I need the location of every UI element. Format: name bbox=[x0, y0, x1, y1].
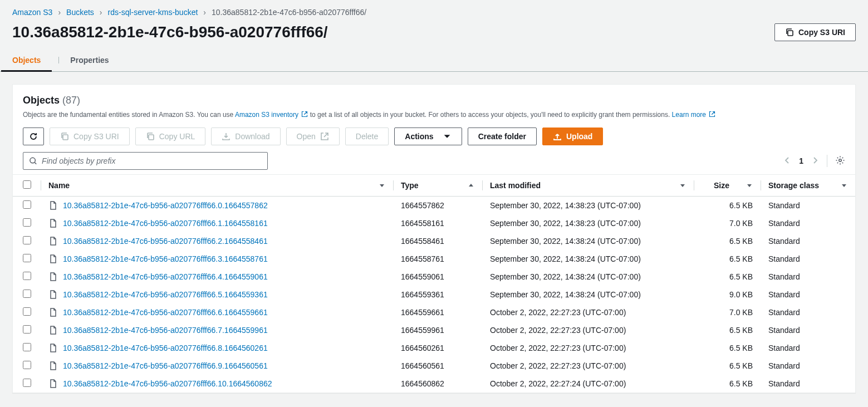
refresh-icon bbox=[29, 132, 38, 141]
row-checkbox[interactable] bbox=[23, 218, 31, 227]
row-checkbox[interactable] bbox=[23, 325, 31, 334]
upload-label: Upload bbox=[566, 132, 592, 141]
table-row: 10.36a85812-2b1e-47c6-b956-a020776fff66.… bbox=[13, 214, 855, 232]
external-link-icon bbox=[320, 132, 329, 141]
create-folder-button[interactable]: Create folder bbox=[468, 128, 537, 145]
tab-objects[interactable]: Objects bbox=[12, 49, 41, 71]
file-icon bbox=[48, 272, 57, 281]
external-link-icon bbox=[301, 111, 308, 117]
row-checkbox[interactable] bbox=[23, 361, 31, 369]
object-link[interactable]: 10.36a85812-2b1e-47c6-b956-a020776fff66.… bbox=[63, 219, 268, 228]
cell-type: 1664559361 bbox=[393, 286, 482, 303]
upload-icon bbox=[553, 132, 562, 141]
cell-size: 6.5 KB bbox=[694, 268, 761, 286]
copy-s3-uri-label: Copy S3 URI bbox=[73, 132, 119, 141]
filter-row: 1 bbox=[23, 152, 845, 170]
table-row: 10.36a85812-2b1e-47c6-b956-a020776fff66.… bbox=[13, 250, 855, 268]
object-link[interactable]: 10.36a85812-2b1e-47c6-b956-a020776fff66.… bbox=[63, 254, 268, 263]
row-checkbox[interactable] bbox=[23, 236, 31, 244]
search-input[interactable] bbox=[42, 156, 262, 165]
object-link[interactable]: 10.36a85812-2b1e-47c6-b956-a020776fff66.… bbox=[63, 344, 268, 352]
cell-size: 6.5 KB bbox=[694, 339, 761, 357]
objects-panel: Objects (87) Objects are the fundamental… bbox=[12, 84, 856, 393]
column-name[interactable]: Name bbox=[41, 175, 393, 197]
cell-size: 6.5 KB bbox=[694, 321, 761, 339]
search-box[interactable] bbox=[23, 152, 268, 170]
inventory-link[interactable]: Amazon S3 inventory bbox=[235, 111, 310, 119]
column-type[interactable]: Type bbox=[393, 175, 482, 197]
cell-type: 1664558461 bbox=[393, 232, 482, 250]
copy-s3-uri-label: Copy S3 URI bbox=[798, 28, 845, 37]
learn-more-link[interactable]: Learn more bbox=[672, 111, 716, 119]
tab-properties[interactable]: Properties bbox=[70, 49, 109, 71]
settings-button[interactable] bbox=[835, 155, 845, 167]
panel-title: Objects (87) bbox=[23, 95, 845, 106]
column-storage-class-label: Storage class bbox=[768, 181, 819, 190]
tab-separator bbox=[58, 57, 59, 63]
object-link[interactable]: 10.36a85812-2b1e-47c6-b956-a020776fff66.… bbox=[63, 237, 268, 246]
next-page-button[interactable] bbox=[811, 156, 819, 166]
cell-storage-class: Standard bbox=[761, 197, 855, 215]
actions-dropdown[interactable]: Actions bbox=[394, 128, 462, 145]
file-icon bbox=[48, 308, 57, 317]
cell-last-modified: October 2, 2022, 22:27:23 (UTC-07:00) bbox=[482, 321, 694, 339]
select-all-checkbox[interactable] bbox=[23, 180, 31, 189]
cell-storage-class: Standard bbox=[761, 286, 855, 303]
cell-storage-class: Standard bbox=[761, 250, 855, 268]
cell-last-modified: October 2, 2022, 22:27:24 (UTC-07:00) bbox=[482, 375, 694, 393]
download-button[interactable]: Download bbox=[211, 128, 280, 145]
table-row: 10.36a85812-2b1e-47c6-b956-a020776fff66.… bbox=[13, 232, 855, 250]
row-checkbox[interactable] bbox=[23, 379, 31, 387]
row-checkbox[interactable] bbox=[23, 307, 31, 316]
external-link-icon bbox=[709, 111, 715, 117]
refresh-button[interactable] bbox=[23, 128, 44, 145]
delete-button[interactable]: Delete bbox=[345, 128, 389, 145]
column-last-modified[interactable]: Last modified bbox=[482, 175, 694, 197]
row-checkbox[interactable] bbox=[23, 272, 31, 280]
cell-last-modified: October 2, 2022, 22:27:23 (UTC-07:00) bbox=[482, 303, 694, 321]
object-link[interactable]: 10.36a85812-2b1e-47c6-b956-a020776fff66.… bbox=[63, 272, 268, 281]
sort-asc-icon bbox=[468, 182, 474, 189]
copy-s3-uri-button[interactable]: Copy S3 URI bbox=[774, 23, 856, 41]
cell-storage-class: Standard bbox=[761, 303, 855, 321]
copy-s3-uri-toolbar-button[interactable]: Copy S3 URI bbox=[50, 128, 130, 145]
cell-storage-class: Standard bbox=[761, 214, 855, 232]
object-link[interactable]: 10.36a85812-2b1e-47c6-b956-a020776fff66.… bbox=[63, 379, 272, 388]
breadcrumb-amazon-s3[interactable]: Amazon S3 bbox=[12, 8, 52, 17]
breadcrumb-buckets[interactable]: Buckets bbox=[66, 8, 94, 17]
svg-point-4 bbox=[839, 159, 841, 161]
objects-table: Name Type Last modified Size bbox=[13, 174, 855, 393]
cell-storage-class: Standard bbox=[761, 232, 855, 250]
table-row: 10.36a85812-2b1e-47c6-b956-a020776fff66.… bbox=[13, 375, 855, 393]
cell-type: 1664560561 bbox=[393, 357, 482, 375]
upload-button[interactable]: Upload bbox=[542, 128, 603, 145]
column-type-label: Type bbox=[401, 181, 419, 190]
row-checkbox[interactable] bbox=[23, 254, 31, 262]
column-name-label: Name bbox=[48, 181, 70, 190]
download-label: Download bbox=[235, 132, 269, 141]
row-checkbox[interactable] bbox=[23, 343, 31, 351]
breadcrumb-bucket[interactable]: rds-sql-server-kms-bucket bbox=[108, 8, 198, 17]
caret-down-icon bbox=[443, 132, 452, 141]
cell-type: 1664558161 bbox=[393, 214, 482, 232]
svg-rect-1 bbox=[63, 135, 68, 140]
row-checkbox[interactable] bbox=[23, 290, 31, 298]
page-title: 10.36a85812-2b1e-47c6-b956-a020776fff66/ bbox=[12, 23, 328, 41]
cell-last-modified: September 30, 2022, 14:38:23 (UTC-07:00) bbox=[482, 197, 694, 215]
svg-rect-2 bbox=[149, 135, 154, 140]
column-storage-class[interactable]: Storage class bbox=[761, 175, 855, 197]
cell-storage-class: Standard bbox=[761, 339, 855, 357]
object-link[interactable]: 10.36a85812-2b1e-47c6-b956-a020776fff66.… bbox=[63, 326, 268, 335]
sort-icon bbox=[379, 182, 385, 189]
copy-url-button[interactable]: Copy URL bbox=[135, 128, 206, 145]
object-link[interactable]: 10.36a85812-2b1e-47c6-b956-a020776fff66.… bbox=[63, 201, 268, 210]
open-button[interactable]: Open bbox=[286, 128, 340, 145]
object-link[interactable]: 10.36a85812-2b1e-47c6-b956-a020776fff66.… bbox=[63, 361, 268, 370]
column-size[interactable]: Size bbox=[694, 175, 761, 197]
object-link[interactable]: 10.36a85812-2b1e-47c6-b956-a020776fff66.… bbox=[63, 308, 268, 317]
object-link[interactable]: 10.36a85812-2b1e-47c6-b956-a020776fff66.… bbox=[63, 290, 268, 299]
table-row: 10.36a85812-2b1e-47c6-b956-a020776fff66.… bbox=[13, 303, 855, 321]
cell-storage-class: Standard bbox=[761, 357, 855, 375]
prev-page-button[interactable] bbox=[783, 156, 791, 166]
row-checkbox[interactable] bbox=[23, 200, 31, 209]
